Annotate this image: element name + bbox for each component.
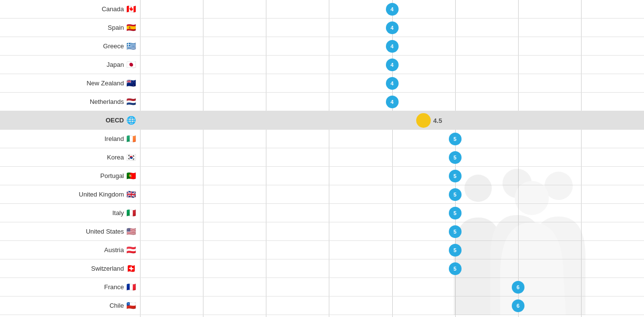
country-name: Canada [101,5,124,13]
country-name: Austria [104,246,124,254]
country-name: Switzerland [91,265,124,272]
country-name: Ireland [104,135,124,142]
country-label: Chile🇨🇱 [0,301,140,310]
data-dot: 4 [386,77,399,90]
chart-row: Netherlands🇳🇱4 [0,93,644,111]
country-flag: 🇳🇿 [126,79,136,88]
data-dot: 4 [386,21,399,34]
country-flag: 🌐 [126,116,136,125]
data-area: 4.5 [140,111,644,130]
country-label: Greece🇬🇷 [0,41,140,51]
country-label: Korea🇰🇷 [0,153,140,162]
svg-point-0 [464,175,492,202]
country-name: OECD [105,117,124,124]
chart-container: Canada🇨🇦4Spain🇪🇸4Greece🇬🇷4Japan🇯🇵4New Ze… [0,0,644,317]
country-label: Switzerland🇨🇭 [0,264,140,273]
data-dot: 5 [449,207,462,219]
chart-row: Spain🇪🇸4 [0,19,644,37]
country-flag: 🇨🇭 [126,264,136,273]
country-flag: 🇳🇱 [126,97,136,106]
data-dot: 5 [449,262,462,275]
country-flag: 🇪🇸 [126,23,136,32]
data-dot: 5 [449,133,462,145]
data-dot: 6 [512,299,524,312]
country-label: Netherlands🇳🇱 [0,97,140,106]
country-label: Italy🇮🇹 [0,208,140,218]
data-area: 5 [140,130,644,148]
data-dot: 5 [449,188,462,201]
country-flag: 🇰🇷 [126,153,136,162]
country-name: France [104,283,124,291]
country-flag: 🇨🇱 [126,301,136,310]
country-flag: 🇮🇪 [126,134,136,143]
data-area: 4 [140,74,644,93]
country-label: Portugal🇵🇹 [0,171,140,180]
country-name: United States [86,228,124,235]
data-dot: 4 [386,40,399,53]
chart-row: New Zealand🇳🇿4 [0,74,644,93]
country-label: Japan🇯🇵 [0,60,140,69]
country-label: France🇫🇷 [0,282,140,292]
data-dot: 5 [449,225,462,238]
silhouette-decoration [439,159,624,317]
country-label: OECD🌐 [0,116,140,125]
country-flag: 🇫🇷 [126,282,136,292]
country-flag: 🇺🇸 [126,227,136,236]
data-area: 4 [140,56,644,74]
oecd-value-label: 4.5 [433,117,442,124]
oecd-dot [416,113,431,128]
country-name: Greece [103,42,124,50]
chart-row: Ireland🇮🇪5 [0,130,644,148]
data-dot: 5 [449,170,462,182]
svg-point-3 [515,181,549,215]
data-area: 4 [140,93,644,111]
country-name: Netherlands [90,98,124,105]
country-name: Korea [107,154,124,161]
country-label: Spain🇪🇸 [0,23,140,32]
country-name: Italy [112,209,124,217]
chart-row: OECD🌐4.5 [0,111,644,130]
country-name: New Zealand [86,79,124,87]
country-name: Japan [107,61,124,68]
country-flag: 🇬🇧 [126,190,136,199]
data-dot: 4 [386,59,399,71]
country-name: United Kingdom [79,191,124,198]
data-dot: 6 [512,281,524,294]
data-dot: 5 [449,151,462,164]
data-area: 4 [140,19,644,37]
svg-point-2 [544,172,573,200]
country-name: Chile [109,302,124,309]
country-name: Spain [108,24,124,31]
country-label: Ireland🇮🇪 [0,134,140,143]
country-label: United States🇺🇸 [0,227,140,236]
data-area: 4 [140,0,644,19]
country-flag: 🇬🇷 [126,41,136,51]
country-flag: 🇦🇹 [126,245,136,255]
chart-row: Canada🇨🇦4 [0,0,644,19]
chart-row: Japan🇯🇵4 [0,56,644,74]
country-flag: 🇵🇹 [126,171,136,180]
country-flag: 🇯🇵 [126,60,136,69]
country-label: Canada🇨🇦 [0,4,140,14]
data-dot: 5 [449,244,462,257]
country-flag: 🇮🇹 [126,208,136,218]
country-label: Austria🇦🇹 [0,245,140,255]
data-dot: 4 [386,3,399,16]
data-area: 4 [140,37,644,56]
country-name: Portugal [101,172,124,179]
country-flag: 🇨🇦 [126,4,136,14]
data-dot: 4 [386,96,399,108]
chart-row: Greece🇬🇷4 [0,37,644,56]
country-label: United Kingdom🇬🇧 [0,190,140,199]
country-label: New Zealand🇳🇿 [0,79,140,88]
